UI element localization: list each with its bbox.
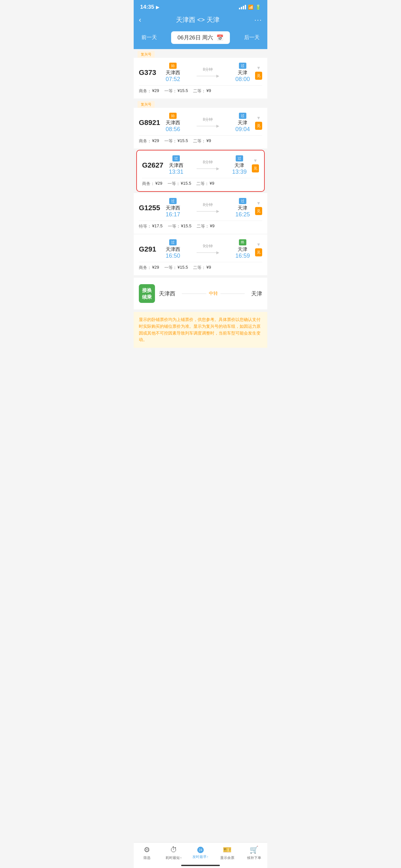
dropdown-arrow-icon[interactable]: ▼: [256, 65, 261, 70]
price-item: 一等：¥15.5: [167, 181, 191, 187]
train-card[interactable]: G291过天津西16:509分钟▶终天津16:59▼兑商务：¥29一等：¥15.…: [134, 235, 267, 275]
price-value: ¥9: [206, 138, 211, 144]
relay-to-station: 天津: [251, 290, 262, 298]
from-station: 始天津西07:52: [166, 62, 180, 83]
train-card[interactable]: G2627过天津西13:318分钟▶过天津13:39▼兑商务：¥29一等：¥15…: [136, 150, 265, 192]
train-card[interactable]: G373始天津西07:528分钟▶过天津08:00▼兑商务：¥29一等：¥15.…: [134, 58, 267, 98]
dropdown-arrow-icon[interactable]: ▼: [256, 200, 261, 206]
from-time: 08:56: [166, 126, 180, 133]
train-card[interactable]: G1255过天津西16:178分钟▶过天津16:25▼兑特等：¥17.5一等：¥…: [134, 193, 267, 234]
duration-text: 9分钟: [203, 244, 213, 249]
price-value: ¥29: [155, 181, 162, 187]
price-item: 一等：¥15.5: [168, 223, 192, 229]
next-day-button[interactable]: 后一天: [242, 33, 262, 42]
privilege-badge: 兑: [255, 248, 262, 256]
train-card[interactable]: G8921始天津西08:568分钟▶过天津09:04▼兑商务：¥29一等：¥15…: [134, 108, 267, 149]
privilege-badge: 兑: [255, 122, 262, 130]
price-item: 一等：¥15.5: [164, 88, 188, 94]
price-value: ¥15.5: [178, 265, 188, 271]
price-value: ¥29: [152, 88, 159, 94]
filter-icon: ⚙: [144, 846, 150, 854]
earliest-badge: 24: [197, 847, 204, 853]
more-button[interactable]: ···: [254, 16, 262, 24]
from-time: 13:31: [169, 168, 183, 175]
dropdown-arrow-icon[interactable]: ▼: [253, 158, 258, 163]
price-item: 特等：¥17.5: [139, 223, 163, 229]
price-value: ¥9: [210, 181, 214, 187]
relay-badge: 接换 续乘: [139, 284, 155, 303]
train-section: 复兴号G8921始天津西08:568分钟▶过天津09:04▼兑商务：¥29一等：…: [134, 99, 267, 149]
train-section: G1255过天津西16:178分钟▶过天津16:25▼兑特等：¥17.5一等：¥…: [134, 193, 267, 234]
remaining-icon: 🎫: [223, 846, 232, 854]
train-number: G2627: [142, 161, 166, 169]
from-station-name: 天津西: [166, 70, 180, 76]
price-label: 二等：: [197, 223, 209, 229]
nav-waitlist[interactable]: 🛒 候补下单: [244, 846, 264, 860]
price-label: 一等：: [164, 265, 177, 271]
date-picker[interactable]: 06月26日 周六 📅: [171, 31, 230, 44]
train-section: 复兴号G373始天津西07:528分钟▶过天津08:00▼兑商务：¥29一等：¥…: [134, 49, 267, 98]
to-station: 过天津09:04: [235, 113, 250, 133]
nav-shortest[interactable]: ⏱ 耗时最短↑: [164, 846, 183, 860]
dropdown-arrow-icon[interactable]: ▼: [256, 115, 261, 120]
price-value: ¥9: [206, 265, 211, 271]
to-station: 过天津13:39: [232, 155, 247, 175]
train-list: 复兴号G373始天津西07:528分钟▶过天津08:00▼兑商务：¥29一等：¥…: [134, 49, 267, 379]
duration-text: 8分钟: [203, 117, 213, 122]
to-station: 过天津08:00: [235, 62, 250, 83]
relay-transfer-label: 中转: [206, 290, 220, 297]
to-badge: 过: [239, 63, 246, 69]
signal-icon: [239, 5, 246, 9]
back-button[interactable]: ‹: [139, 16, 141, 24]
from-badge: 过: [173, 155, 180, 161]
price-row: 商务：¥29一等：¥15.5二等：¥9: [139, 262, 262, 271]
price-label: 二等：: [193, 138, 206, 144]
nav-filter[interactable]: ⚙ 筛选: [137, 846, 157, 860]
to-badge: 过: [239, 198, 246, 204]
to-station-name: 天津: [235, 205, 250, 211]
nav-earliest[interactable]: 24 发时最早↑: [191, 847, 210, 859]
price-row: 商务：¥29一等：¥15.5二等：¥9: [139, 135, 262, 144]
duration-area: 8分钟▶: [180, 67, 235, 78]
price-label: 二等：: [193, 88, 206, 94]
from-station: 过天津西16:17: [166, 197, 180, 218]
to-time: 08:00: [235, 76, 250, 83]
nav-remaining[interactable]: 🎫 显示余票: [218, 846, 237, 860]
header: ‹ 天津西 <> 天津 ···: [134, 13, 267, 29]
from-station: 过天津西13:31: [169, 155, 183, 175]
duration-area: 8分钟▶: [180, 202, 235, 213]
price-item: 一等：¥15.5: [164, 138, 188, 144]
date-bar: 前一天 06月26日 周六 📅 后一天: [134, 29, 267, 49]
from-badge: 过: [169, 239, 177, 245]
price-label: 一等：: [168, 223, 181, 229]
from-station-name: 天津西: [166, 205, 180, 211]
price-item: 商务：¥29: [139, 88, 159, 94]
price-item: 二等：¥9: [193, 265, 211, 271]
price-label: 商务：: [139, 138, 151, 144]
train-number: G373: [139, 68, 163, 77]
train-section: G2627过天津西13:318分钟▶过天津13:39▼兑商务：¥29一等：¥15…: [134, 150, 267, 192]
to-station: 过天津16:25: [235, 197, 250, 218]
duration-text: 8分钟: [203, 159, 213, 165]
relay-from-station: 天津西: [159, 290, 175, 298]
section-label: 复兴号: [137, 101, 155, 108]
duration-text: 8分钟: [203, 67, 213, 72]
to-time: 16:59: [235, 252, 250, 259]
duration-area: 8分钟▶: [183, 159, 232, 171]
filter-label: 筛选: [143, 856, 150, 860]
prev-day-button[interactable]: 前一天: [139, 33, 159, 42]
to-badge: 过: [236, 155, 243, 161]
price-value: ¥29: [152, 138, 159, 144]
to-station-name: 天津: [235, 70, 250, 76]
section-label: 复兴号: [137, 51, 155, 58]
to-station-name: 天津: [232, 162, 247, 168]
to-badge: 过: [239, 113, 246, 119]
from-time: 16:17: [166, 211, 180, 218]
price-label: 一等：: [164, 138, 177, 144]
status-bar: 14:35 ▶ 📶 🔋: [134, 0, 267, 13]
section-tag-row: 复兴号: [134, 49, 267, 58]
relay-transfer-area: 中转: [182, 290, 245, 297]
dropdown-arrow-icon[interactable]: ▼: [256, 242, 261, 247]
to-badge: 终: [239, 239, 246, 245]
price-value: ¥15.5: [178, 88, 188, 94]
